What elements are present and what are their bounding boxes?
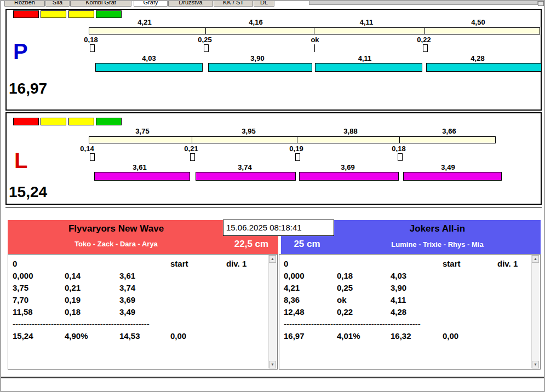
total-time: 16,97 [284,331,305,341]
cell: 4,21 [284,283,300,292]
split-top-l-2: 3,95 [242,127,255,135]
team-left-name: Flyvaryors New Wave [8,223,225,234]
separator-line [5,207,542,208]
tab-kk-st[interactable]: KK / ST [214,0,253,7]
cell: 3,90 [391,283,406,292]
split-bottom-l-3: 3,69 [341,163,354,171]
tab-dl[interactable]: DL [254,0,274,7]
cell: 0,22 [337,307,353,316]
total-time-bar-l [89,136,496,143]
exchange-marker-l-2 [190,153,195,161]
cell-start-header: start [443,259,461,268]
total-percent: 4,01% [337,331,360,341]
scroll-down-icon[interactable]: ▼ [532,361,539,368]
scroll-up-icon[interactable]: ▲ [532,255,539,263]
dashed-separator: ----------------------------------------… [284,319,421,328]
datetime-box: 15.06.2025 08:18:41 [223,220,334,236]
total-start: 0,00 [443,331,458,341]
light-red-icon [13,10,39,18]
light-yellow2-icon [68,118,94,125]
gap-l-3: 0,19 [289,145,303,153]
team-left-handicap: 22,5 cm [225,239,278,250]
total-start: 0,00 [170,331,186,341]
leg-bar-l-3 [299,172,399,181]
gap-p-1: 0,18 [84,36,97,44]
lane-total-l: 15,24 [9,185,47,200]
cell: 0,19 [65,295,81,304]
table-right-scrollbar[interactable]: ▲ ▼ [531,255,540,368]
split-bottom-p-4: 4,28 [471,54,484,62]
split-bottom-p-2: 3,90 [250,54,264,62]
total-net: 16,32 [391,331,411,341]
tab-grafy[interactable]: Grafy [134,0,168,7]
cell-start-header: start [170,259,188,268]
dashed-separator: ----------------------------------------… [13,319,150,328]
split-top-p-4: 4,50 [471,18,485,26]
cell: 0 [284,259,288,268]
tab-sila[interactable]: Sila [45,0,70,7]
top-hscrollbar-button[interactable] [538,1,544,6]
cell: 3,61 [119,271,135,280]
exchange-marker-p-4 [423,44,428,52]
lane-letter-p: P [13,41,28,62]
lane-p-panel: 4,21 4,16 4,11 4,50 0,18 0,25 ok 0,22 P … [5,9,542,111]
total-net: 14,53 [119,331,140,341]
exchange-marker-l-1 [90,153,95,161]
cell-div-header: div. 1 [497,259,518,268]
cell: 11,58 [13,307,33,316]
table-left-scrollbar[interactable]: ▲ ▼ [268,255,277,368]
team-right-members: Lumine - Trixie - Rhys - Mia [334,240,541,249]
tab-druzstva[interactable]: Družstva [168,0,213,7]
top-hscrollbar-track[interactable] [309,1,538,5]
gap-p-2: 0,25 [198,36,211,44]
tab-rozbeh[interactable]: Rozbeh [4,0,45,7]
bar-divider [192,137,192,143]
light-red-icon [13,118,39,125]
cell: 7,70 [13,295,28,304]
scroll-down-icon[interactable]: ▼ [269,361,276,368]
cell: 0,000 [13,271,33,280]
cell: 3,75 [13,283,28,292]
results-table-left: 0 start div. 1 0,000 0,14 3,61 3,75 0,21… [8,254,278,370]
leg-bar-p-3 [315,63,422,72]
leg-bar-p-2 [208,63,312,72]
split-bottom-l-1: 3,61 [133,163,146,171]
split-top-l-3: 3,88 [343,127,357,135]
cell: 0,14 [65,271,81,280]
split-top-p-2: 4,16 [249,18,262,26]
gap-l-4: 0,18 [392,145,405,153]
total-time-bar-p [89,27,540,34]
bar-divider [314,28,314,34]
leg-bar-p-4 [426,63,542,72]
light-green-icon [96,10,122,18]
total-percent: 4,90% [65,331,88,341]
start-lights-p [13,10,121,20]
bar-divider [399,137,400,143]
split-top-l-1: 3,75 [135,127,149,135]
exchange-marker-p-2 [204,44,209,52]
exchange-marker-l-3 [295,153,300,161]
bar-divider [297,137,297,143]
team-left-members: Toko - Zack - Dara - Arya [8,240,225,248]
bar-divider [424,28,425,34]
exchange-marker-p-1 [90,44,95,52]
cell: 0,18 [65,307,81,316]
total-time: 15,24 [13,331,33,341]
start-lights-l [13,118,121,128]
leg-bar-p-1 [95,63,203,72]
results-table-right: 0 start div. 1 0,000 0,18 4,03 4,21 0,25… [279,254,541,370]
tab-kombi-graf[interactable]: Kombi Graf [70,0,131,7]
leg-bar-l-1 [94,172,190,181]
ok-tick-p [314,44,315,52]
cell-div-header: div. 1 [226,259,246,268]
exchange-marker-l-4 [398,153,403,161]
light-yellow2-icon [68,10,94,18]
cell: 4,28 [391,307,406,316]
bar-divider [205,28,206,34]
light-yellow-icon [41,118,66,125]
cell: 3,49 [119,307,135,316]
gap-l-2: 0,21 [184,145,198,153]
scroll-up-icon[interactable]: ▲ [269,255,276,263]
gap-p-3: ok [311,36,319,44]
split-top-p-3: 4,11 [360,18,374,26]
